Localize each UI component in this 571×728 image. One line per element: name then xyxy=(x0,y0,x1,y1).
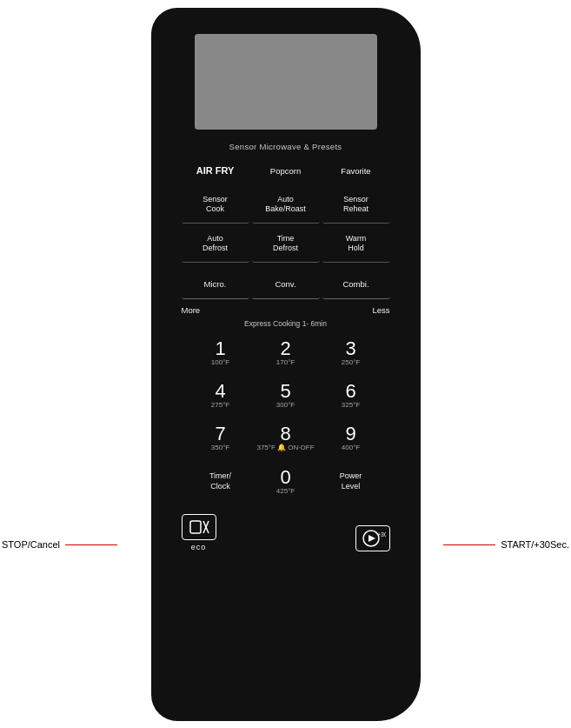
time-defrost-button[interactable]: Time Defrost xyxy=(252,226,320,263)
svg-text:+30s: +30s xyxy=(377,531,386,538)
num-2-button[interactable]: 2 170°F xyxy=(255,334,317,374)
num-9-button[interactable]: 9 400°F xyxy=(320,419,382,459)
num-0-button[interactable]: 0 425°F xyxy=(255,462,317,502)
right-line xyxy=(443,544,495,545)
num-row-2: 4 275°F 5 300°F 6 325°F xyxy=(160,377,412,417)
air-fry-button[interactable]: AIR FRY xyxy=(182,158,249,184)
timer-clock-button[interactable]: Timer/ Clock xyxy=(189,462,252,502)
num-row-1: 1 100°F 2 170°F 3 250°F xyxy=(160,334,412,374)
num-row-3: 7 350°F 8 375°F 🔔 ON·OFF 9 400°F xyxy=(160,419,412,459)
buttons-area: AIR FRY Popcorn Favorite Sensor Cook Aut… xyxy=(160,158,412,502)
sensor-cook-button[interactable]: Sensor Cook xyxy=(182,187,249,224)
preset-row-3: Auto Defrost Time Defrost Warm Hold xyxy=(160,226,412,263)
num-4-button[interactable]: 4 275°F xyxy=(189,377,252,417)
stop-cancel-icon xyxy=(182,514,216,540)
main-panel: Sensor Microwave & Presets AIR FRY Popco… xyxy=(151,8,421,721)
favorite-button[interactable]: Favorite xyxy=(322,158,390,184)
svg-marker-4 xyxy=(368,535,375,542)
num-1-button[interactable]: 1 100°F xyxy=(189,334,252,374)
left-line xyxy=(65,544,117,545)
express-label: Express Cooking 1- 6min xyxy=(244,319,327,328)
conv-button[interactable]: Conv. xyxy=(252,273,320,299)
num-7-button[interactable]: 7 350°F xyxy=(189,419,252,459)
num-6-button[interactable]: 6 325°F xyxy=(320,377,382,417)
panel-wrap: STOP/Cancel START/+30Sec. Sensor Microwa… xyxy=(0,0,571,728)
num-5-button[interactable]: 5 300°F xyxy=(255,377,317,417)
stop-cancel-button[interactable]: eco xyxy=(182,514,216,551)
bottom-num-row: Timer/ Clock 0 425°F Power Level xyxy=(160,462,412,502)
combi-button[interactable]: Combi. xyxy=(322,273,390,299)
preset-row-1: AIR FRY Popcorn Favorite xyxy=(160,158,412,184)
num-3-button[interactable]: 3 250°F xyxy=(320,334,382,374)
svg-rect-0 xyxy=(190,521,201,533)
cook-mode-row: Micro. Conv. Combi. xyxy=(160,273,412,299)
micro-button[interactable]: Micro. xyxy=(182,273,249,299)
section-label: Sensor Microwave & Presets xyxy=(229,142,342,151)
num-8-sub: 375°F 🔔 ON·OFF xyxy=(256,444,314,452)
stop-cancel-label: STOP/Cancel xyxy=(2,539,117,550)
power-level-button[interactable]: Power Level xyxy=(320,462,382,502)
sensor-reheat-button[interactable]: Sensor Reheat xyxy=(322,187,390,224)
start-icon: +30s xyxy=(355,525,390,551)
preset-row-2: Sensor Cook Auto Bake/Roast Sensor Rehea… xyxy=(160,187,412,224)
popcorn-button[interactable]: Popcorn xyxy=(252,158,320,184)
auto-defrost-button[interactable]: Auto Defrost xyxy=(182,226,249,263)
auto-bake-roast-button[interactable]: Auto Bake/Roast xyxy=(252,187,320,224)
warm-hold-button[interactable]: Warm Hold xyxy=(322,226,390,263)
bottom-controls: eco +30s xyxy=(182,514,390,551)
more-less-row: More Less xyxy=(182,305,390,315)
start-label: START/+30Sec. xyxy=(443,539,569,550)
start-button[interactable]: +30s xyxy=(355,525,390,551)
display-screen xyxy=(195,34,377,130)
num-8-button[interactable]: 8 375°F 🔔 ON·OFF xyxy=(255,419,317,459)
